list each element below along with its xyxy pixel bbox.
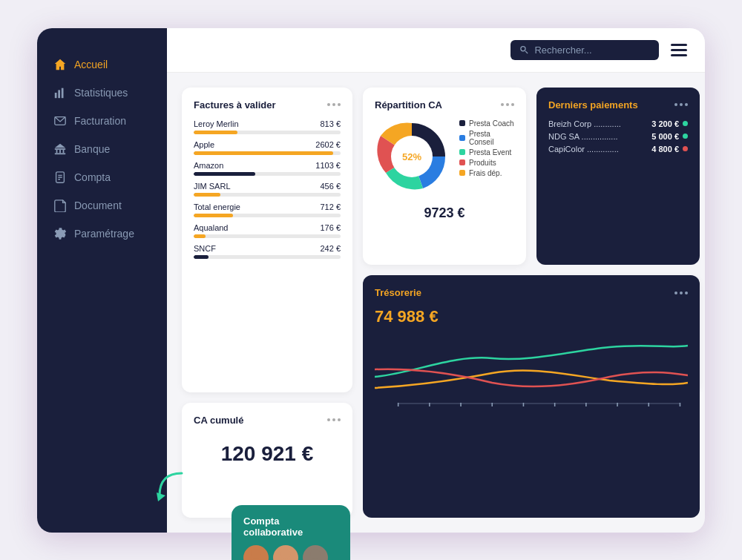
svg-point-33 xyxy=(280,549,291,559)
sidebar-label-banque: Banque xyxy=(74,143,110,155)
facture-amount: 712 € xyxy=(320,202,341,211)
search-input[interactable] xyxy=(534,45,650,56)
facture-bar-fill xyxy=(194,151,333,155)
search-bar[interactable] xyxy=(510,40,659,60)
legend-item: Presta Event xyxy=(459,148,514,157)
factures-title: Factures à valider xyxy=(194,99,276,111)
facture-row: Leroy Merlin 813 € xyxy=(194,119,341,134)
facture-name: JIM SARL xyxy=(194,182,231,191)
sidebar-item-compta[interactable]: Compta xyxy=(37,163,167,191)
legend-dot xyxy=(459,159,465,165)
sidebar-item-parametrage[interactable]: Paramétrage xyxy=(37,220,167,248)
avatar-2 xyxy=(273,545,298,560)
facture-row: Apple 2602 € xyxy=(194,140,341,155)
repartition-title: Répartition CA xyxy=(375,99,442,111)
tresorerie-header: Trésorerie xyxy=(375,287,688,298)
facture-bar-track xyxy=(194,131,341,134)
stats-icon xyxy=(53,86,67,99)
sidebar-item-accueil[interactable]: Accueil xyxy=(37,50,167,79)
factures-menu[interactable] xyxy=(327,103,341,106)
svg-rect-2 xyxy=(62,88,64,98)
sidebar-label-facturation: Facturation xyxy=(74,115,126,127)
ca-cumule-menu[interactable] xyxy=(327,418,341,421)
repartition-card: Répartition CA xyxy=(363,88,526,266)
hamburger-menu[interactable] xyxy=(671,44,687,56)
paiements-menu[interactable] xyxy=(674,103,688,106)
tresorerie-title: Trésorerie xyxy=(375,287,421,298)
facture-amount: 176 € xyxy=(320,223,341,232)
facture-bar-fill xyxy=(194,214,233,217)
facture-row: JIM SARL 456 € xyxy=(194,182,341,197)
avatar-1 xyxy=(243,545,269,560)
ca-cumule-value: 120 921 € xyxy=(194,435,341,473)
sidebar-label-compta: Compta xyxy=(74,171,111,183)
facture-amount: 242 € xyxy=(320,244,341,253)
main-content: Factures à valider Leroy Merlin 813 € Ap… xyxy=(167,28,705,533)
svg-rect-0 xyxy=(55,93,57,98)
facture-row: SNCF 242 € xyxy=(194,244,341,259)
svg-marker-30 xyxy=(157,493,165,501)
pie-legend: Presta Coach Presta Conseil Presta Event… xyxy=(459,119,514,177)
ca-cumule-header: CA cumulé xyxy=(194,415,341,426)
sidebar-label-accueil: Accueil xyxy=(74,59,108,70)
home-icon xyxy=(53,58,67,71)
facture-bar-track xyxy=(194,214,341,217)
svg-rect-8 xyxy=(63,149,65,153)
svg-line-16 xyxy=(525,51,528,53)
svg-rect-5 xyxy=(55,148,65,150)
legend-dot xyxy=(459,149,465,155)
svg-point-31 xyxy=(251,549,261,559)
svg-point-15 xyxy=(521,47,525,51)
paiements-rows: Breizh Corp ............ 3 200 € NDG SA … xyxy=(548,119,688,154)
facture-name: Amazon xyxy=(194,161,223,170)
search-icon xyxy=(519,45,528,55)
tresorerie-chart xyxy=(375,332,688,406)
legend-label: Presta Event xyxy=(469,148,511,157)
facture-amount: 456 € xyxy=(320,182,341,191)
facture-bar-track xyxy=(194,255,341,259)
sidebar-item-statistiques[interactable]: Statistiques xyxy=(37,79,167,107)
tooltip-avatars xyxy=(243,545,338,560)
pie-chart: 52% xyxy=(375,119,449,194)
legend-item: Frais dép. xyxy=(459,169,514,177)
legend-dot xyxy=(459,120,465,126)
facture-row: Aqualand 176 € xyxy=(194,223,341,238)
sidebar-item-document[interactable]: Document xyxy=(37,191,167,220)
facture-amount: 2602 € xyxy=(315,140,341,149)
pie-wrapper: 52% Presta Coach Presta Conseil Presta E… xyxy=(375,119,514,221)
sidebar-label-parametrage: Paramétrage xyxy=(74,228,134,240)
paiements-title: Derniers paiements xyxy=(548,99,638,111)
status-dot xyxy=(683,121,688,126)
paiements-card: Derniers paiements Breizh Corp .........… xyxy=(536,88,700,266)
svg-marker-9 xyxy=(55,143,65,147)
tresorerie-menu[interactable] xyxy=(674,291,688,294)
facture-bar-fill xyxy=(194,131,237,134)
facture-amount: 1103 € xyxy=(315,161,341,170)
facture-name: Apple xyxy=(194,140,214,149)
svg-text:52%: 52% xyxy=(402,151,421,162)
factures-header: Factures à valider xyxy=(194,99,341,111)
ca-cumule-title: CA cumulé xyxy=(194,415,243,426)
paiement-amount: 4 800 € xyxy=(651,145,688,154)
repartition-header: Répartition CA xyxy=(375,99,514,111)
avatar-3 xyxy=(303,545,328,560)
bank-icon xyxy=(53,142,67,156)
screen-wrapper: Accueil Statistiques Facturation Banque … xyxy=(37,28,705,533)
paiement-row: Breizh Corp ............ 3 200 € xyxy=(548,119,688,128)
sidebar-item-banque[interactable]: Banque xyxy=(37,135,167,163)
svg-rect-6 xyxy=(56,149,58,153)
paiement-name: Breizh Corp ............ xyxy=(548,119,621,128)
legend-label: Presta Conseil xyxy=(469,130,514,146)
sidebar-item-facturation[interactable]: Facturation xyxy=(37,107,167,135)
facture-bar-track xyxy=(194,172,341,176)
facture-name: SNCF xyxy=(194,244,216,253)
legend-label: Presta Coach xyxy=(469,119,514,128)
header xyxy=(167,28,705,73)
mail-icon xyxy=(53,114,67,128)
facture-bar-track xyxy=(194,193,341,197)
repartition-menu[interactable] xyxy=(501,103,514,106)
paiement-name: NDG SA ................ xyxy=(548,132,618,141)
status-dot xyxy=(683,134,688,139)
paiement-row: CapiColor .............. 4 800 € xyxy=(548,145,688,154)
facture-name: Aqualand xyxy=(194,223,229,232)
